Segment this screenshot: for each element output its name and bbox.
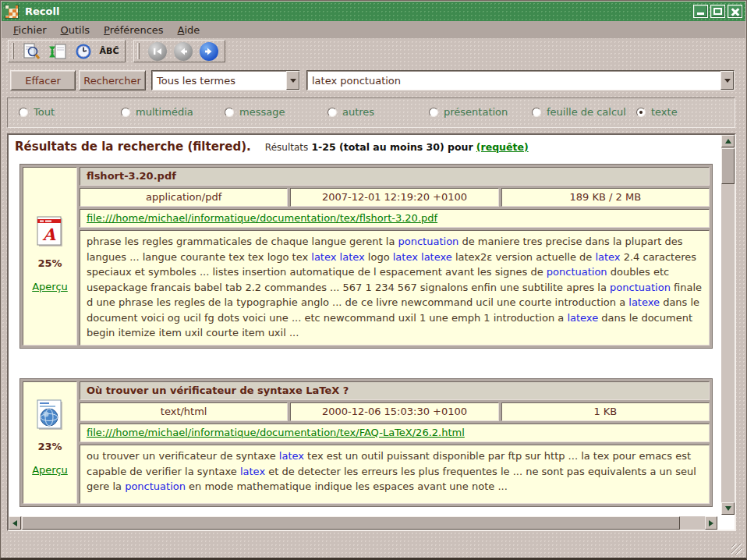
result-date: 2000-12-06 15:03:30 +0100 <box>290 402 498 421</box>
scroll-down-button[interactable] <box>721 502 735 515</box>
titlebar[interactable]: Recoll <box>2 2 745 21</box>
result-snippet: phrase les regles grammaticales de chaqu… <box>80 230 710 346</box>
toolbar-grip[interactable] <box>12 43 14 59</box>
chevron-down-icon[interactable] <box>286 71 299 90</box>
chevron-down-icon[interactable] <box>720 71 734 90</box>
result-url-row: file:///home/michael/informatique/docume… <box>80 209 710 228</box>
arrow-right-icon <box>709 520 717 526</box>
result-detail: Où trouver un vérificateur de syntaxe La… <box>80 381 710 504</box>
result-title: Où trouver un vérificateur de syntaxe La… <box>80 381 710 400</box>
html-file-icon <box>36 399 64 431</box>
result-side-panel: 23% Aperçu <box>23 381 77 504</box>
scroll-up-button[interactable] <box>721 135 735 147</box>
radio-multimedia[interactable]: multimédia <box>121 106 193 118</box>
result-detail: flshort-3.20.pdf application/pdf 2007-12… <box>80 167 710 346</box>
arrow-down-icon <box>725 506 731 514</box>
result-mime: text/html <box>80 402 288 421</box>
menu-aide[interactable]: Aide <box>171 23 207 37</box>
window-controls <box>693 5 742 18</box>
recoll-window: Recoll Fichier Outils Préférences Aide <box>0 0 747 560</box>
radio-dot[interactable] <box>636 108 646 117</box>
result-item: 23% Aperçu Où trouver un vérificateur de… <box>19 378 713 507</box>
results-content: Résultats de la recherche (filtered). Ré… <box>9 135 720 515</box>
result-meta-row: text/html 2000-12-06 15:03:30 +0100 1 KB <box>80 402 710 421</box>
resize-grip[interactable] <box>731 544 742 555</box>
radio-dot[interactable] <box>532 108 541 117</box>
clear-button[interactable]: Effacer <box>10 70 76 90</box>
term-explorer-button[interactable]: ÂBĈ <box>100 42 119 61</box>
vertical-scroll-thumb[interactable] <box>721 148 735 184</box>
result-mime: application/pdf <box>80 188 288 207</box>
results-heading: Résultats de la recherche (filtered). <box>15 140 251 154</box>
radio-texte[interactable]: texte <box>636 106 678 118</box>
result-snippet: ou trouver un verificateur de syntaxe la… <box>80 445 710 504</box>
scroll-right-button[interactable] <box>705 516 717 530</box>
preview-link[interactable]: Aperçu <box>32 464 68 476</box>
arrow-up-icon <box>725 136 731 144</box>
radio-dot[interactable] <box>429 108 438 117</box>
close-button[interactable] <box>728 5 742 18</box>
radio-dot[interactable] <box>19 108 28 117</box>
result-side-panel: A 25% Aperçu <box>23 167 77 346</box>
menu-outils[interactable]: Outils <box>54 23 97 37</box>
search-mode-select[interactable]: Tous les termes <box>151 70 300 90</box>
query-input[interactable]: latex ponctuation <box>306 70 735 90</box>
history-button[interactable] <box>74 42 93 61</box>
horizontal-scrollbar[interactable] <box>9 516 717 530</box>
minimize-icon <box>697 12 704 15</box>
toolbar-group-tools: ÂBĈ <box>8 40 126 62</box>
radio-dot[interactable] <box>327 108 337 117</box>
result-item: A 25% Aperçu flshort-3.20.pdf applicatio… <box>19 164 713 349</box>
result-url-row: file:///home/michael/informatique/docume… <box>80 424 710 442</box>
radio-tout[interactable]: Tout <box>19 106 55 118</box>
relevance-percent: 23% <box>37 441 62 452</box>
results-header: Résultats de la recherche (filtered). Ré… <box>15 140 717 154</box>
result-url-link[interactable]: file:///home/michael/informatique/docume… <box>87 427 465 438</box>
toolbar-grip[interactable] <box>137 43 140 59</box>
document-magnifier-icon <box>23 42 41 61</box>
menu-preferences[interactable]: Préférences <box>97 23 170 37</box>
radio-message[interactable]: message <box>225 106 285 118</box>
result-size: 189 KB / 2 MB <box>501 188 710 207</box>
scroll-left-button[interactable] <box>9 516 21 530</box>
first-page-button[interactable] <box>148 42 167 61</box>
radio-dot[interactable] <box>121 108 130 117</box>
next-page-button[interactable] <box>200 42 218 61</box>
results-summary-prefix: Résultats <box>265 142 308 153</box>
svg-text:A: A <box>42 225 56 244</box>
previous-page-button[interactable] <box>174 42 193 61</box>
radio-dot[interactable] <box>225 108 234 117</box>
first-page-icon <box>151 45 164 58</box>
results-pane: Résultats de la recherche (filtered). Ré… <box>7 133 736 531</box>
radio-autres[interactable]: autres <box>327 106 374 118</box>
radio-feuille-de-calcul[interactable]: feuille de calcul <box>532 106 626 118</box>
arrow-right-icon <box>203 45 215 58</box>
horizontal-scroll-thumb[interactable] <box>22 516 680 530</box>
result-meta-row: application/pdf 2007-12-01 12:19:20 +010… <box>80 188 710 207</box>
maximize-button[interactable] <box>710 5 725 18</box>
result-url-link[interactable]: file:///home/michael/informatique/docume… <box>87 212 437 224</box>
toolbar: ÂBĈ <box>2 38 745 64</box>
menu-fichier[interactable]: Fichier <box>6 23 54 37</box>
results-summary-range: 1-25 (total au moins 30) pour <box>311 141 473 153</box>
query-value: latex ponctuation <box>307 75 720 87</box>
vertical-scrollbar[interactable] <box>721 135 735 515</box>
menubar: Fichier Outils Préférences Aide <box>2 21 745 38</box>
window-title: Recoll <box>25 5 693 17</box>
recoll-logo-icon <box>5 5 19 19</box>
search-button[interactable]: Rechercher <box>79 70 146 90</box>
document-sort-arrows-icon <box>48 42 67 61</box>
clock-icon <box>74 42 93 61</box>
result-size: 1 KB <box>501 402 710 421</box>
update-index-button[interactable] <box>48 42 67 61</box>
search-mode-value: Tous les termes <box>152 75 286 87</box>
preview-link[interactable]: Aperçu <box>32 281 68 292</box>
statusbar <box>2 533 745 558</box>
query-link[interactable]: (requête) <box>476 141 529 153</box>
toolbar-group-navigation <box>133 40 225 62</box>
result-date: 2007-12-01 12:19:20 +0100 <box>290 188 498 207</box>
radio-presentation[interactable]: présentation <box>429 106 508 118</box>
minimize-button[interactable] <box>693 5 708 18</box>
maximize-icon <box>713 8 722 15</box>
preview-document-button[interactable] <box>23 42 41 61</box>
